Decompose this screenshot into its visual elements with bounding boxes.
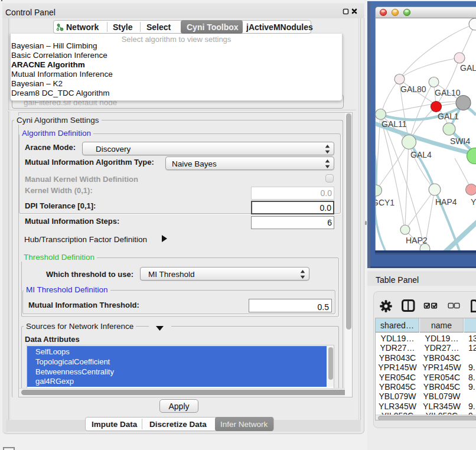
svg-text:GAL10: GAL10 <box>435 88 461 97</box>
svg-text:GAL4: GAL4 <box>410 150 432 159</box>
svg-text:HAP2: HAP2 <box>406 236 428 245</box>
svg-text:HAP4: HAP4 <box>435 197 457 207</box>
svg-text:Y: Y <box>471 197 476 207</box>
svg-text:GAL80: GAL80 <box>400 84 426 94</box>
svg-text:SWI4: SWI4 <box>450 136 470 146</box>
svg-text:GCY1: GCY1 <box>375 198 395 207</box>
svg-text:GAL11: GAL11 <box>382 119 407 129</box>
svg-text:GAL1: GAL1 <box>438 112 459 121</box>
svg-text:GAL: GAL <box>460 63 476 73</box>
